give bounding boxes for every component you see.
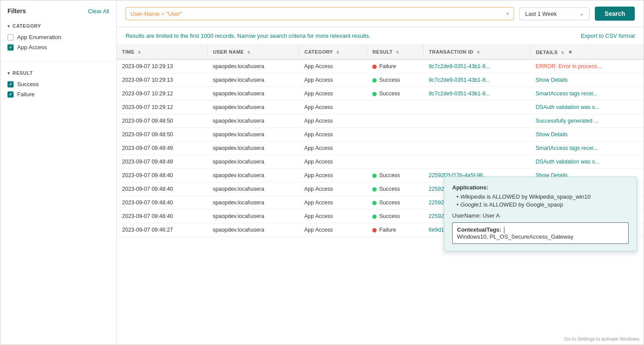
app-enumeration-checkbox[interactable] [7, 34, 14, 40]
cell-result [367, 114, 424, 128]
cell-category: App Access [299, 87, 367, 101]
cell-category: App Access [299, 210, 367, 223]
col-header-username: USER NAME ⇅ [208, 45, 299, 59]
cell-category: App Access [299, 169, 367, 182]
tooltip-app2: • Google1 is ALLOWED by Google_spaop [457, 201, 629, 208]
search-query[interactable]: User-Name = "User" [130, 11, 506, 17]
clear-all-button[interactable]: Clear All [88, 8, 109, 15]
cell-result [367, 128, 424, 142]
cell-detail[interactable]: Successfully generated ... [530, 114, 644, 128]
cell-result: Success [367, 182, 424, 196]
cell-username: spaopdev.local\usera [208, 101, 299, 114]
cell-result: Success [367, 87, 424, 101]
detail-link[interactable]: Successfully generated ... [536, 118, 598, 124]
result-dot [372, 92, 377, 96]
cell-detail[interactable]: SmartAccess tags recei... [530, 87, 644, 101]
cell-username: spaopdev.local\usera [208, 59, 299, 73]
table-header-row: TIME ⇅ USER NAME ⇅ CATEGORY ⇅ RESULT [117, 45, 644, 59]
cell-transaction-id: 9c7c2de9-0351-43b1-8... [424, 73, 531, 87]
tooltip-popup: Applications: • Wikipedia is ALLOWED by … [444, 177, 637, 251]
detail-link[interactable]: Show Details [536, 77, 568, 83]
section-divider [0, 61, 116, 62]
cell-category: App Access [299, 223, 367, 237]
add-column-button[interactable]: + [566, 48, 575, 55]
sort-icon-result[interactable]: ⇅ [396, 51, 399, 54]
detail-link[interactable]: SmartAccess tags recei... [536, 145, 598, 151]
app-access-checkbox[interactable] [7, 44, 14, 51]
export-csv-button[interactable]: Export to CSV format [581, 33, 635, 39]
cell-detail[interactable]: DSAuth validation was s... [530, 155, 644, 169]
filter-item-failure: Failure [7, 89, 109, 99]
sort-icon-username[interactable]: ⇅ [247, 51, 251, 54]
failure-label: Failure [17, 91, 35, 98]
detail-link[interactable]: Show Details [536, 131, 568, 138]
success-checkbox[interactable] [7, 81, 14, 87]
success-label: Success [17, 81, 39, 87]
cell-result: Success [367, 73, 424, 87]
cell-username: spaopdev.local\usera [208, 128, 299, 142]
cell-transaction-id [424, 142, 531, 155]
filter-item-success: Success [7, 79, 109, 89]
result-dot [372, 214, 377, 219]
col-header-transaction-id: TRANSACTION ID ⇅ [424, 45, 531, 59]
chevron-down-icon-time: ⌄ [579, 11, 584, 17]
table-row: 2023-09-07 10:29:13 spaopdev.local\usera… [117, 73, 644, 87]
search-button[interactable]: Search [595, 7, 635, 21]
app1-name: Wikipedia [461, 193, 485, 200]
filter-item-app-enumeration: App Enumeration [7, 32, 109, 42]
sort-icon-transaction[interactable]: ⇅ [477, 51, 480, 54]
cell-time: 2023-09-07 09:48:40 [117, 196, 208, 210]
cell-time: 2023-09-07 09:48:50 [117, 128, 208, 142]
cell-result: Success [367, 169, 424, 182]
category-section-header[interactable]: ▾ CATEGORY [7, 23, 109, 29]
app-access-label: App Access [17, 44, 47, 51]
detail-link[interactable]: DSAuth validation was s... [536, 159, 599, 165]
cell-time: 2023-09-07 10:29:12 [117, 87, 208, 101]
cell-category: App Access [299, 128, 367, 142]
results-notice: Results are limited to the first 1000 re… [117, 27, 644, 45]
cell-time: 2023-09-07 09:48:40 [117, 182, 208, 196]
cell-result [367, 142, 424, 155]
failure-checkbox[interactable] [7, 91, 14, 98]
cell-result: Success [367, 196, 424, 210]
col-header-details: DETAILS ⇅ + [530, 45, 644, 59]
cell-category: App Access [299, 59, 367, 73]
cell-transaction-id [424, 114, 531, 128]
cell-detail[interactable]: ERROR: Error in process... [530, 59, 644, 73]
detail-link[interactable]: ERROR: Error in process... [536, 63, 602, 69]
cell-time: 2023-09-07 10:29:12 [117, 101, 208, 114]
cell-result [367, 155, 424, 169]
cell-transaction-id [424, 101, 531, 114]
col-header-result: RESULT ⇅ [367, 45, 424, 59]
cell-detail[interactable]: Show Details [530, 128, 644, 142]
col-header-time: TIME ⇅ [117, 45, 208, 59]
cell-detail[interactable]: Show Details [530, 73, 644, 87]
search-clear-button[interactable]: × [506, 10, 509, 17]
chevron-down-icon-result: ▾ [7, 71, 10, 76]
sort-icon-details[interactable]: ⇅ [561, 51, 565, 55]
sort-icon-category[interactable]: ⇅ [336, 51, 340, 54]
detail-link[interactable]: SmartAccess tags recei... [536, 91, 598, 97]
result-label: RESULT [13, 70, 33, 76]
app1-policy: Wikipedia_spaop_win10 [529, 193, 590, 200]
cursor-blink [504, 227, 504, 233]
time-range-selector[interactable]: Last 1 Week ⌄ [519, 7, 590, 20]
table-row: 2023-09-07 09:48:49 spaopdev.local\usera… [117, 155, 644, 169]
tooltip-apps-section: Applications: • Wikipedia is ALLOWED by … [452, 184, 629, 208]
cell-time: 2023-09-07 09:48:49 [117, 142, 208, 155]
sort-icon-time[interactable]: ⇅ [138, 51, 141, 54]
app1-connector: is ALLOWED by [486, 193, 527, 200]
cell-result: Failure [367, 59, 424, 73]
detail-link[interactable]: DSAuth validation was s... [536, 104, 599, 110]
cell-detail[interactable]: DSAuth validation was s... [530, 101, 644, 114]
chevron-down-icon: ▾ [7, 24, 10, 29]
sidebar: Filters Clear All ▾ CATEGORY App Enumera… [0, 0, 117, 345]
result-dot [372, 201, 377, 205]
cell-result: Success [367, 210, 424, 223]
cell-transaction-id [424, 128, 531, 142]
cell-detail[interactable]: SmartAccess tags recei... [530, 142, 644, 155]
cell-username: spaopdev.local\usera [208, 169, 299, 182]
table-row: 2023-09-07 09:48:49 spaopdev.local\usera… [117, 142, 644, 155]
contextual-tags-label: ContextualTags: [457, 226, 501, 233]
result-section-header[interactable]: ▾ RESULT [7, 70, 109, 76]
